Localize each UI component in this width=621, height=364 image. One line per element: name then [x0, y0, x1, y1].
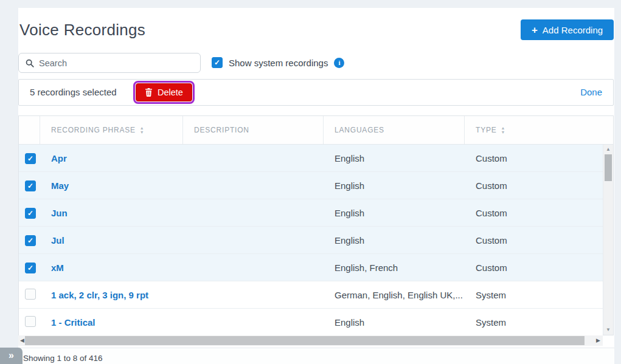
- languages-cell: English, French: [324, 263, 465, 273]
- search-box: [18, 53, 201, 73]
- delete-button[interactable]: Delete: [136, 83, 192, 101]
- row-checkbox-cell: ✓: [19, 235, 40, 246]
- info-icon[interactable]: i: [334, 58, 344, 68]
- scroll-right-icon[interactable]: ▶: [596, 335, 600, 346]
- header-recording-phrase-label: RECORDING PHRASE: [51, 126, 136, 134]
- search-input[interactable]: [39, 58, 200, 68]
- table-row: ✓ 1 ack, 2 clr, 3 ign, 9 rpt German, Eng…: [19, 281, 603, 309]
- table-row: ✓ 1 - Critical English System: [19, 309, 603, 336]
- search-icon: [26, 59, 34, 67]
- delete-button-label: Delete: [158, 88, 183, 97]
- sort-icon[interactable]: ▲▼: [501, 126, 506, 134]
- type-cell: Custom: [465, 208, 603, 218]
- row-checkbox-cell: ✓: [19, 262, 40, 273]
- row-checkbox[interactable]: ✓: [25, 235, 36, 246]
- show-system-recordings-label: Show system recordings: [229, 58, 328, 68]
- recording-phrase-link[interactable]: May: [51, 180, 69, 191]
- languages-cell: German, English, English UK,...: [324, 290, 465, 300]
- table-header: RECORDING PHRASE ▲▼ DESCRIPTION LANGUAGE…: [19, 116, 613, 145]
- header-description: DESCRIPTION: [183, 116, 324, 144]
- check-icon: ✓: [27, 182, 33, 190]
- type-cell: System: [465, 290, 603, 300]
- recording-phrase-link[interactable]: xM: [51, 263, 64, 273]
- table-row: ✓ Jun English Custom: [19, 199, 603, 227]
- row-checkbox-cell: ✓: [19, 289, 40, 301]
- languages-cell: English: [324, 208, 465, 218]
- type-cell: Custom: [465, 235, 603, 246]
- header-type[interactable]: TYPE ▲▼: [465, 116, 613, 144]
- languages-cell: English: [324, 180, 465, 191]
- row-checkbox-cell: ✓: [19, 316, 40, 329]
- header-recording-phrase[interactable]: RECORDING PHRASE ▲▼: [40, 116, 183, 144]
- table-footer: Showing 1 to 8 of 416: [18, 348, 614, 364]
- table-row: ✓ Jul English Custom: [19, 227, 603, 254]
- add-recording-button[interactable]: + Add Recording: [521, 19, 614, 40]
- languages-cell: English: [324, 235, 465, 246]
- type-cell: Custom: [465, 153, 603, 163]
- selection-bar: 5 recordings selected Delete Done: [18, 79, 614, 106]
- recording-phrase-link[interactable]: 1 - Critical: [51, 317, 95, 328]
- recording-phrase-link[interactable]: Apr: [51, 153, 67, 163]
- table-row: ✓ Apr English Custom: [19, 145, 603, 172]
- table-row: ✓ xM English, French Custom: [19, 254, 603, 281]
- row-checkbox[interactable]: ✓: [25, 153, 36, 164]
- recording-phrase-cell: Jun: [40, 208, 183, 218]
- done-link[interactable]: Done: [580, 80, 602, 105]
- check-icon: ✓: [27, 210, 33, 217]
- selected-count-text: 5 recordings selected: [30, 80, 117, 105]
- row-checkbox[interactable]: ✓: [25, 208, 36, 219]
- recording-phrase-cell: 1 - Critical: [40, 317, 183, 328]
- row-checkbox-cell: ✓: [19, 153, 40, 164]
- check-icon: ✓: [27, 237, 33, 244]
- trash-icon: [145, 88, 153, 97]
- vertical-scrollbar[interactable]: ▲ ▼: [603, 145, 613, 335]
- vertical-scrollbar-thumb[interactable]: [605, 154, 612, 181]
- show-system-recordings-toggle[interactable]: ✓ Show system recordings i: [212, 57, 344, 69]
- recording-phrase-cell: May: [40, 180, 183, 191]
- recording-phrase-link[interactable]: Jun: [51, 208, 68, 218]
- table-row: ✓ May English Custom: [19, 172, 603, 199]
- scroll-left-icon[interactable]: ◀: [20, 335, 24, 346]
- row-checkbox[interactable]: ✓: [25, 289, 36, 300]
- recording-phrase-cell: Apr: [40, 153, 183, 163]
- double-chevron-right-icon: »: [9, 351, 14, 360]
- row-checkbox[interactable]: ✓: [25, 316, 36, 327]
- recording-phrase-link[interactable]: Jul: [51, 235, 64, 246]
- showing-text: Showing 1 to 8 of 416: [23, 354, 103, 363]
- show-system-recordings-checkbox[interactable]: ✓: [212, 57, 223, 68]
- header-type-label: TYPE: [476, 126, 497, 134]
- languages-cell: English: [324, 153, 465, 163]
- header-languages-label: LANGUAGES: [335, 126, 384, 134]
- row-checkbox-cell: ✓: [19, 207, 40, 219]
- horizontal-scrollbar-thumb[interactable]: [25, 336, 585, 345]
- main-panel: Voice Recordings + Add Recording ✓ Show …: [18, 8, 614, 364]
- horizontal-scrollbar[interactable]: ◀ ▶: [18, 335, 603, 346]
- row-checkbox[interactable]: ✓: [25, 263, 36, 273]
- recording-phrase-link[interactable]: 1 ack, 2 clr, 3 ign, 9 rpt: [51, 290, 148, 300]
- expand-sidebar-button[interactable]: »: [0, 348, 23, 364]
- header-languages: LANGUAGES: [324, 116, 465, 144]
- page-title: Voice Recordings: [19, 21, 145, 39]
- row-checkbox-cell: ✓: [19, 180, 40, 191]
- type-cell: Custom: [465, 180, 603, 191]
- recording-phrase-cell: 1 ack, 2 clr, 3 ign, 9 rpt: [40, 290, 183, 300]
- languages-cell: English: [324, 317, 465, 328]
- plus-icon: +: [532, 25, 538, 35]
- recording-phrase-cell: xM: [40, 263, 183, 273]
- recordings-table: RECORDING PHRASE ▲▼ DESCRIPTION LANGUAGE…: [18, 115, 614, 335]
- type-cell: System: [465, 317, 603, 328]
- check-icon: ✓: [27, 264, 33, 272]
- header-checkbox-cell: [19, 116, 40, 144]
- scroll-down-icon[interactable]: ▼: [603, 326, 613, 334]
- sort-icon[interactable]: ▲▼: [140, 126, 145, 134]
- header-description-label: DESCRIPTION: [194, 126, 249, 134]
- scroll-up-icon[interactable]: ▲: [603, 145, 613, 154]
- table-body: ✓ Apr English Custom ✓ May English Custo…: [19, 145, 603, 336]
- add-recording-label: Add Recording: [543, 25, 603, 35]
- row-checkbox[interactable]: ✓: [25, 180, 36, 191]
- type-cell: Custom: [465, 263, 603, 273]
- check-icon: ✓: [27, 155, 33, 162]
- recording-phrase-cell: Jul: [40, 235, 183, 246]
- check-icon: ✓: [214, 59, 220, 66]
